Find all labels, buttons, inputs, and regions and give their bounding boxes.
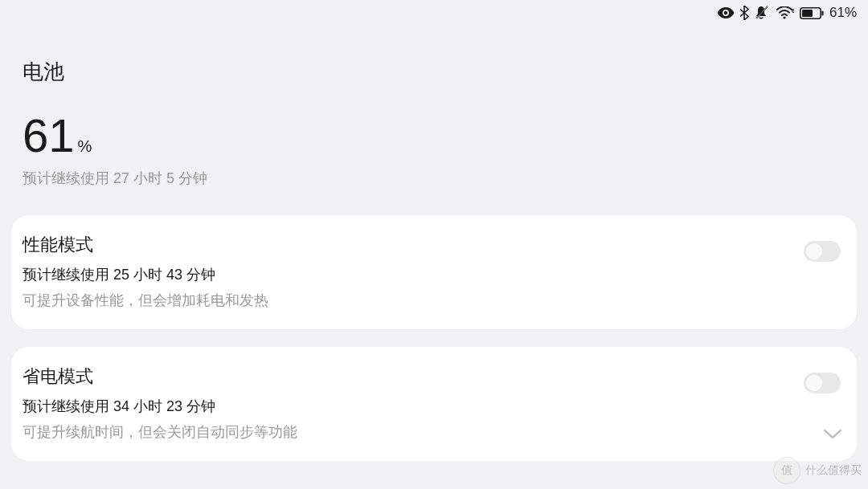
battery-percent-symbol: % xyxy=(78,137,92,159)
performance-mode-title: 性能模式 xyxy=(23,233,842,257)
performance-mode-card[interactable]: 性能模式 预计继续使用 25 小时 43 分钟 可提升设备性能，但会增加耗电和发… xyxy=(11,215,857,329)
eye-icon xyxy=(717,7,735,18)
svg-rect-7 xyxy=(802,10,813,17)
performance-mode-estimate: 预计继续使用 25 小时 43 分钟 xyxy=(23,265,842,284)
status-bar: 6 61% xyxy=(717,5,857,21)
watermark-logo: 值 xyxy=(773,457,800,484)
wifi-icon: 6 xyxy=(776,6,794,19)
power-saving-mode-toggle[interactable] xyxy=(804,373,841,393)
battery-icon xyxy=(800,7,824,19)
power-saving-mode-title: 省电模式 xyxy=(23,365,842,389)
power-saving-mode-description: 可提升续航时间，但会关闭自动同步等功能 xyxy=(23,422,842,442)
power-saving-mode-card[interactable]: 省电模式 预计继续使用 34 小时 23 分钟 可提升续航时间，但会关闭自动同步… xyxy=(11,347,857,461)
performance-mode-toggle[interactable] xyxy=(804,241,841,262)
svg-point-4 xyxy=(783,17,785,19)
watermark: 值 什么值得买 xyxy=(773,457,862,484)
svg-text:6: 6 xyxy=(792,7,794,14)
page-title: 电池 xyxy=(23,58,64,86)
power-saving-mode-estimate: 预计继续使用 34 小时 23 分钟 xyxy=(23,397,842,416)
vibrate-silent-icon xyxy=(755,6,771,20)
chevron-down-icon[interactable] xyxy=(823,429,842,443)
battery-percent-text: 61% xyxy=(829,5,857,21)
performance-mode-description: 可提升设备性能，但会增加耗电和发热 xyxy=(23,291,842,310)
battery-percent-number: 61 xyxy=(23,112,75,159)
svg-point-1 xyxy=(724,11,727,14)
svg-rect-8 xyxy=(821,10,823,15)
battery-estimate-text: 预计继续使用 27 小时 5 分钟 xyxy=(23,169,207,188)
watermark-text: 什么值得买 xyxy=(805,463,862,478)
battery-display: 61 % 预计继续使用 27 小时 5 分钟 xyxy=(23,112,207,188)
bluetooth-icon xyxy=(740,6,749,20)
